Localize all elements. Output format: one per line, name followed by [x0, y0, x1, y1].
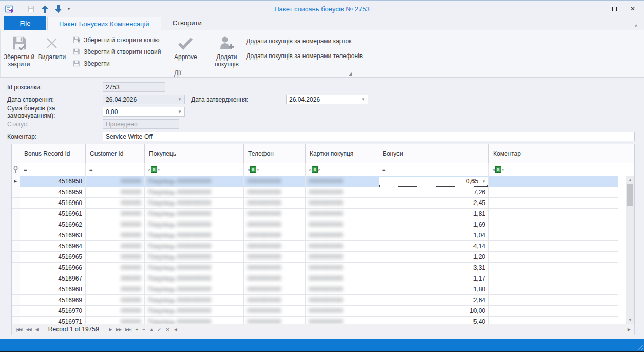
cell-phone-masked[interactable]: 0000000000 [244, 241, 306, 252]
nav-cancel-edit-icon[interactable]: ✕ [163, 327, 172, 332]
dropdown-icon[interactable]: ▼ [358, 97, 365, 102]
save-create-copy-button[interactable]: Зберегти й створити копію [72, 35, 161, 45]
cell-comment[interactable] [489, 209, 618, 219]
cell-bonus[interactable]: 2,64 [378, 295, 489, 306]
nav-end-edit-icon[interactable]: ✓ [155, 327, 163, 332]
cell-customer-id-masked[interactable]: 000000 [86, 219, 145, 230]
dropdown-icon[interactable]: ▼ [175, 109, 182, 114]
cell-comment[interactable] [489, 263, 618, 273]
cell-bonus-record-id[interactable]: 4516961 [20, 209, 86, 219]
nav-edit-icon[interactable]: ▲ [147, 327, 155, 332]
cell-customer-id-masked[interactable]: 000000 [86, 187, 145, 198]
column-header[interactable]: Покупець [145, 144, 244, 163]
cell-bonus[interactable]: 5,40 [378, 317, 489, 324]
column-header[interactable]: Телефон [244, 144, 306, 163]
cell-customer-id-masked[interactable]: 000000 [86, 198, 145, 209]
cell-buyer-masked[interactable]: Покупець 0000000000 [145, 198, 244, 209]
cell-cards-masked[interactable]: 0000000000 [306, 187, 378, 198]
cell-buyer-masked[interactable]: Покупець 0000000000 [145, 252, 244, 263]
cell-buyer-masked[interactable]: Покупець 0000000000 [145, 284, 244, 295]
cell-comment[interactable] [489, 219, 618, 230]
default-bonus-sum-field[interactable]: 0,00 ▼ [103, 107, 185, 117]
maximize-button[interactable] [605, 2, 623, 15]
table-row[interactable]: 4516962000000Покупець 000000000000000000… [12, 219, 634, 230]
table-row[interactable]: 4516963000000Покупець 000000000000000000… [12, 230, 634, 241]
cell-bonus-record-id[interactable]: 4516969 [20, 295, 86, 306]
save-button[interactable]: Зберегти [72, 59, 161, 68]
table-row[interactable]: 4516959000000Покупець 000000000000000000… [12, 187, 634, 198]
resize-grip[interactable] [638, 345, 643, 350]
cell-bonus-record-id[interactable]: 4516959 [20, 187, 86, 198]
cell-bonus-record-id[interactable]: 4516958 [20, 176, 86, 187]
cell-customer-id-masked[interactable]: 000000 [86, 176, 145, 187]
cell-customer-id-masked[interactable]: 000000 [86, 295, 145, 306]
scroll-down-icon[interactable]: ▼ [626, 316, 634, 324]
table-row[interactable]: ▶4516958000000Покупець 00000000000000000… [12, 176, 634, 187]
cell-customer-id-masked[interactable]: 000000 [86, 252, 145, 263]
cell-buyer-masked[interactable]: Покупець 0000000000 [145, 317, 244, 324]
cell-comment[interactable] [489, 198, 618, 209]
cell-cards-masked[interactable]: 0000000000 [306, 317, 378, 324]
cell-phone-masked[interactable]: 0000000000 [244, 263, 306, 273]
filter-cell[interactable]: aBc [489, 163, 618, 176]
cell-cards-masked[interactable]: 0000000000 [306, 176, 378, 187]
cell-comment[interactable] [489, 230, 618, 241]
cell-phone-masked[interactable]: 0000000000 [244, 219, 306, 230]
dropdown-icon[interactable]: ▼ [478, 179, 486, 184]
cell-bonus-record-id[interactable]: 4516966 [20, 263, 86, 273]
table-row[interactable]: 4516965000000Покупець 000000000000000000… [12, 252, 634, 263]
cell-bonus-record-id[interactable]: 4516971 [20, 317, 86, 324]
cell-bonus[interactable]: 1,80 [378, 284, 489, 295]
ribbon-collapse-icon[interactable]: ˄ [635, 23, 638, 28]
cell-phone-masked[interactable]: 0000000000 [244, 252, 306, 263]
cell-buyer-masked[interactable]: Покупець 0000000000 [145, 219, 244, 230]
cell-bonus-record-id[interactable]: 4516970 [20, 306, 86, 317]
cell-bonus-record-id[interactable]: 4516963 [20, 230, 86, 241]
cell-buyer-masked[interactable]: Покупець 0000000000 [145, 176, 244, 187]
tab-file[interactable]: File [4, 16, 46, 30]
tab-create[interactable]: Створити [161, 16, 213, 30]
cell-customer-id-masked[interactable]: 000000 [86, 209, 145, 219]
nav-delete-icon[interactable]: − [140, 327, 147, 332]
cell-buyer-masked[interactable]: Покупець 0000000000 [145, 230, 244, 241]
hscroll-left-icon[interactable]: ◀ [172, 327, 179, 332]
cell-customer-id-masked[interactable]: 000000 [86, 263, 145, 273]
cell-customer-id-masked[interactable]: 000000 [86, 306, 145, 317]
cell-customer-id-masked[interactable]: 000000 [86, 284, 145, 295]
cell-cards-masked[interactable]: 0000000000 [306, 306, 378, 317]
cell-cards-masked[interactable]: 0000000000 [306, 263, 378, 273]
column-header[interactable]: Бонуси [378, 144, 489, 163]
cell-customer-id-masked[interactable]: 000000 [86, 241, 145, 252]
save-and-close-button[interactable]: Зберегти й закрити [3, 32, 35, 68]
cell-bonus[interactable]: 1,17 [378, 273, 489, 284]
cell-bonus-record-id[interactable]: 4516968 [20, 284, 86, 295]
cell-comment[interactable] [489, 317, 618, 324]
cell-comment[interactable] [489, 306, 618, 317]
comment-field[interactable]: Service Write-Off [103, 132, 635, 141]
horizontal-scrollbar-track[interactable] [179, 326, 626, 334]
group-launcher-icon[interactable] [349, 72, 352, 76]
cell-phone-masked[interactable]: 0000000000 [244, 209, 306, 219]
filter-cell[interactable]: = [86, 163, 145, 176]
cell-buyer-masked[interactable]: Покупець 0000000000 [145, 209, 244, 219]
cell-phone-masked[interactable]: 0000000000 [244, 176, 306, 187]
column-header[interactable]: Bonus Record Id [20, 144, 86, 163]
filter-cell[interactable]: aBc [306, 163, 378, 176]
cell-cards-masked[interactable]: 0000000000 [306, 198, 378, 209]
cell-phone-masked[interactable]: 0000000000 [244, 230, 306, 241]
cell-cards-masked[interactable]: 0000000000 [306, 241, 378, 252]
cell-buyer-masked[interactable]: Покупець 0000000000 [145, 241, 244, 252]
toolbar-options-icon[interactable]: ▾ [68, 7, 70, 11]
cell-bonus[interactable]: 1,04 [378, 230, 489, 241]
cell-bonus-record-id[interactable]: 4516964 [20, 241, 86, 252]
table-row[interactable]: 4516961000000Покупець 000000000000000000… [12, 209, 634, 219]
vertical-scrollbar[interactable]: ▲ ▼ [626, 176, 634, 324]
cell-phone-masked[interactable]: 0000000000 [244, 273, 306, 284]
table-row[interactable]: 4516969000000Покупець 000000000000000000… [12, 295, 634, 306]
nav-next-icon[interactable]: ▶ [107, 327, 114, 332]
cell-bonus[interactable]: 0,65▼ [378, 176, 489, 187]
cell-cards-masked[interactable]: 0000000000 [306, 230, 378, 241]
cell-bonus[interactable]: 2,45 [378, 198, 489, 209]
filter-cell[interactable]: = [20, 163, 86, 176]
cell-phone-masked[interactable]: 0000000000 [244, 295, 306, 306]
